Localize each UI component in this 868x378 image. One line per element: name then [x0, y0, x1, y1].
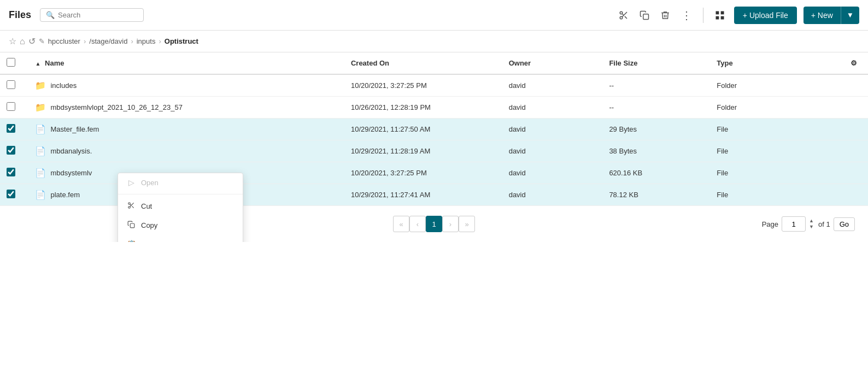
scissors-icon: [619, 10, 629, 20]
row-type: Folder: [710, 74, 839, 97]
svg-line-3: [625, 16, 627, 18]
ctx-item-cut[interactable]: Cut: [118, 197, 243, 216]
svg-rect-6: [715, 11, 719, 14]
search-input[interactable]: [58, 11, 140, 19]
page-of-label: of 1: [818, 220, 830, 228]
page-label: Page: [762, 220, 778, 228]
svg-rect-8: [715, 16, 719, 19]
svg-rect-5: [643, 14, 649, 19]
ctx-separator: [118, 194, 243, 194]
row-checkbox[interactable]: [7, 146, 15, 155]
copy-button[interactable]: [637, 8, 652, 22]
page-number-input[interactable]: [782, 216, 806, 232]
page-prev-button[interactable]: ‹: [409, 216, 426, 232]
refresh-icon[interactable]: ↺: [28, 36, 36, 46]
row-name-cell: 📄 Master_file.fem: [28, 119, 344, 140]
page-next-button[interactable]: ›: [442, 216, 459, 232]
home-icon[interactable]: ⌂: [20, 37, 25, 46]
row-checkbox-cell: [0, 140, 28, 162]
file-icon: 📄: [35, 124, 46, 134]
row-checkbox-cell: [0, 119, 28, 140]
table-row: 📁 includes 10/20/2021, 3:27:25 PM david …: [0, 74, 868, 97]
table-row: 📁 mbdsystemlvlopt_2021_10_26_12_23_57 10…: [0, 97, 868, 119]
page-last-button[interactable]: »: [459, 216, 475, 232]
col-header-name[interactable]: ▲ Name: [28, 52, 344, 74]
page-first-button[interactable]: «: [393, 216, 409, 232]
svg-point-11: [128, 206, 131, 209]
breadcrumb-hpccluster[interactable]: hpccluster: [48, 37, 80, 45]
row-checkbox[interactable]: [7, 124, 15, 133]
breadcrumb-stage-david[interactable]: /stage/david: [89, 37, 127, 45]
settings-icon: ⚙: [851, 59, 857, 67]
file-icon: 📄: [35, 190, 46, 200]
folder-icon: 📁: [35, 80, 46, 91]
row-checkbox[interactable]: [7, 190, 15, 198]
edit-icon[interactable]: ✎: [39, 37, 45, 45]
new-dropdown-button[interactable]: ▼: [841, 7, 859, 24]
breadcrumb-current: Optistruct: [165, 37, 198, 45]
grid-view-button[interactable]: [712, 8, 728, 23]
row-actions-cell: [839, 74, 868, 97]
row-created: 10/29/2021, 11:27:50 AM: [344, 119, 502, 140]
row-checkbox[interactable]: [7, 168, 15, 176]
page-title: Files: [9, 9, 31, 21]
search-icon: 🔍: [46, 11, 55, 19]
breadcrumb: ☆ ⌂ ↺ ✎ hpccluster › /stage/david › inpu…: [0, 31, 868, 52]
more-button[interactable]: ⋮: [679, 8, 694, 23]
row-actions-cell: [839, 184, 868, 206]
row-size: 38 Bytes: [602, 140, 710, 162]
new-main-button[interactable]: + New: [804, 7, 841, 24]
row-name-cell: 📄 mbdanalysis.: [28, 140, 344, 162]
row-type: Folder: [710, 97, 839, 119]
row-name-cell: 📁 includes: [28, 74, 344, 97]
svg-point-10: [128, 203, 131, 205]
row-checkbox-cell: [0, 97, 28, 119]
row-name: plate.fem: [50, 191, 79, 199]
page-down-button[interactable]: ▼: [808, 224, 815, 230]
sort-arrow-icon: ▲: [35, 61, 40, 67]
ctx-icon-copy: [127, 221, 136, 230]
ctx-label-open: Open: [141, 179, 159, 187]
new-button-group: + New ▼: [804, 7, 859, 24]
col-header-owner[interactable]: Owner: [502, 52, 603, 74]
table-row: 📄 Master_file.fem 10/29/2021, 11:27:50 A…: [0, 119, 868, 140]
search-box: 🔍: [40, 8, 144, 22]
row-size: 29 Bytes: [602, 119, 710, 140]
page-go-button[interactable]: Go: [834, 217, 855, 231]
ctx-item-open: ▷ Open: [118, 173, 243, 192]
row-checkbox[interactable]: [7, 80, 15, 89]
select-all-checkbox[interactable]: [7, 58, 15, 67]
row-name: mbdsystemlvlopt_2021_10_26_12_23_57: [50, 103, 182, 111]
breadcrumb-inputs[interactable]: inputs: [137, 37, 156, 45]
ctx-label-copy: Copy: [141, 221, 157, 229]
row-type: File: [710, 140, 839, 162]
row-owner: david: [502, 140, 603, 162]
context-menu: ▷ Open Cut Copy 📋 Paste ✏ Rename ⬇ Downl…: [118, 173, 243, 242]
col-header-created[interactable]: Created On: [344, 52, 502, 74]
svg-line-13: [132, 206, 133, 208]
delete-button[interactable]: [658, 8, 672, 22]
col-header-size[interactable]: File Size: [602, 52, 710, 74]
page-1-button[interactable]: 1: [426, 216, 442, 232]
row-size: 78.12 KB: [602, 184, 710, 206]
table-row: 📄 mbdanalysis. 10/29/2021, 11:28:19 AM d…: [0, 140, 868, 162]
select-all-header: [0, 52, 28, 74]
row-created: 10/20/2021, 3:27:25 PM: [344, 74, 502, 97]
divider: [703, 8, 703, 23]
star-icon[interactable]: ☆: [9, 36, 16, 46]
col-header-type[interactable]: Type: [710, 52, 839, 74]
page-up-button[interactable]: ▲: [808, 218, 815, 224]
col-header-settings[interactable]: ⚙: [839, 52, 868, 74]
copy-icon: [640, 10, 649, 20]
ctx-label-cut: Cut: [141, 202, 152, 210]
ctx-item-copy[interactable]: Copy: [118, 216, 243, 235]
row-checkbox-cell: [0, 162, 28, 184]
grid-icon: [714, 10, 725, 21]
row-checkbox[interactable]: [7, 102, 15, 111]
scissors-button[interactable]: [617, 8, 631, 22]
upload-file-button[interactable]: + Upload File: [734, 7, 797, 24]
row-size: 620.16 KB: [602, 162, 710, 184]
row-actions-cell: [839, 97, 868, 119]
svg-rect-15: [130, 223, 134, 228]
svg-line-14: [130, 204, 131, 205]
